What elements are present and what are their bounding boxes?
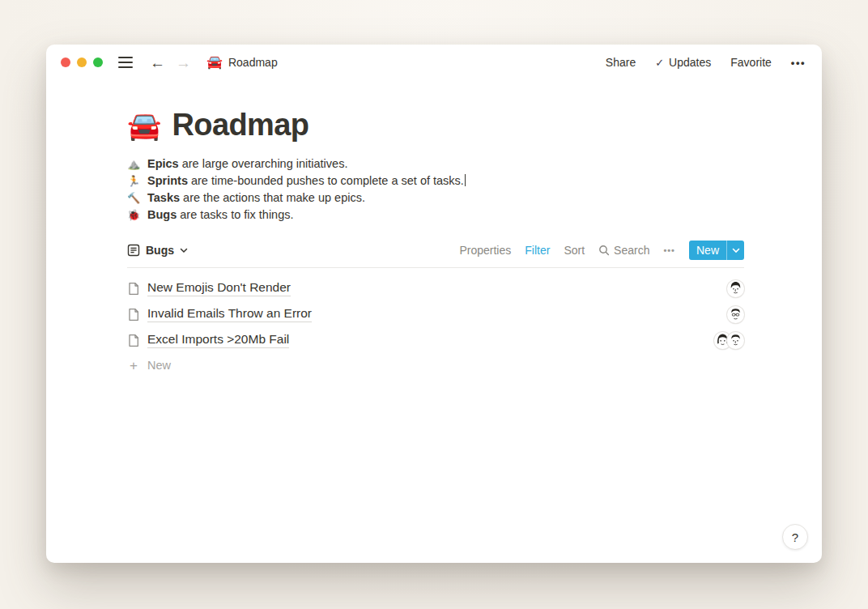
zoom-button[interactable] <box>93 57 103 67</box>
table-row-1[interactable]: New Emojis Don't Render <box>127 275 744 301</box>
page-file-icon <box>127 308 140 322</box>
close-button[interactable] <box>61 57 70 67</box>
favorite-button[interactable]: Favorite <box>730 56 772 69</box>
share-button[interactable]: Share <box>606 56 636 69</box>
table-row-2[interactable]: Invalid Emails Throw an Error <box>127 301 744 327</box>
view-name: Bugs <box>146 244 174 257</box>
breadcrumb-title: Roadmap <box>228 56 278 69</box>
window-titlebar: ← → 🚘 Roadmap Share ✓ Updates Favorite •… <box>46 45 822 80</box>
sort-button[interactable]: Sort <box>564 244 585 257</box>
breadcrumb[interactable]: 🚘 Roadmap <box>206 56 278 69</box>
add-row-button[interactable]: + New <box>127 353 744 377</box>
page-title-text[interactable]: Roadmap <box>172 108 308 143</box>
assignee-avatars <box>727 306 744 323</box>
more-options-icon[interactable]: ••• <box>791 57 806 69</box>
row-title[interactable]: Invalid Emails Throw an Error <box>147 306 312 322</box>
table-row-3[interactable]: Excel Imports >20Mb Fail <box>127 327 744 353</box>
toolbar-divider <box>127 267 744 268</box>
runner-emoji-icon: 🏃 <box>127 172 140 190</box>
list-view-icon <box>127 244 140 257</box>
description-line-sprints[interactable]: 🏃 Sprints are time-bounded pushes to com… <box>127 172 744 190</box>
search-button[interactable]: Search <box>598 244 649 257</box>
properties-button[interactable]: Properties <box>459 244 511 257</box>
search-icon <box>598 245 610 256</box>
back-arrow-icon[interactable]: ← <box>150 55 165 70</box>
hammer-emoji-icon: 🔨 <box>127 190 140 207</box>
new-button[interactable]: New <box>689 241 744 260</box>
new-button-chevron-icon[interactable] <box>727 241 744 260</box>
avatar[interactable] <box>727 280 744 297</box>
forward-arrow-icon: → <box>176 55 191 70</box>
titlebar-actions: Share ✓ Updates Favorite ••• <box>606 56 806 69</box>
page-description: ⛰️ Epics are large overarching initiativ… <box>127 155 744 224</box>
minimize-button[interactable] <box>77 57 87 67</box>
row-title[interactable]: New Emojis Don't Render <box>147 280 291 296</box>
view-switcher[interactable]: Bugs <box>127 244 188 257</box>
new-button-label[interactable]: New <box>689 241 726 260</box>
updates-button[interactable]: ✓ Updates <box>655 56 711 69</box>
toolbar-tools: Properties Filter Sort Search ••• New <box>459 241 744 260</box>
avatar[interactable] <box>727 306 744 323</box>
assignee-avatars <box>727 280 744 297</box>
page-file-icon <box>127 334 140 347</box>
description-line-epics[interactable]: ⛰️ Epics are large overarching initiativ… <box>127 155 744 172</box>
page-content: 🚘 Roadmap ⛰️ Epics are large overarching… <box>46 80 822 377</box>
bug-emoji-icon: 🐞 <box>127 207 140 224</box>
check-icon: ✓ <box>655 57 664 69</box>
description-line-bugs[interactable]: 🐞 Bugs are tasks to fix things. <box>127 207 744 224</box>
notion-window: ← → 🚘 Roadmap Share ✓ Updates Favorite •… <box>46 45 822 563</box>
plus-icon: + <box>127 359 140 373</box>
database-rows: New Emojis Don't Render <box>127 275 744 377</box>
filter-button[interactable]: Filter <box>525 244 550 257</box>
description-line-tasks[interactable]: 🔨 Tasks are the actions that make up epi… <box>127 190 744 207</box>
page-file-icon <box>127 282 140 296</box>
window-controls <box>61 57 103 67</box>
help-button[interactable]: ? <box>782 524 808 550</box>
page-icon-emoji[interactable]: 🚘 <box>127 112 161 139</box>
page-emoji-icon: 🚘 <box>206 56 223 69</box>
row-title[interactable]: Excel Imports >20Mb Fail <box>147 332 289 348</box>
text-cursor <box>465 174 466 186</box>
sidebar-toggle-icon[interactable] <box>118 57 133 68</box>
chevron-down-icon <box>180 248 188 253</box>
database-toolbar: Bugs Properties Filter Sort Search ••• N… <box>127 239 744 262</box>
page-title: 🚘 Roadmap <box>127 108 744 143</box>
avatar[interactable] <box>727 332 744 349</box>
mountain-emoji-icon: ⛰️ <box>127 155 140 172</box>
assignee-avatars <box>714 332 744 349</box>
toolbar-more-icon[interactable]: ••• <box>663 245 675 255</box>
